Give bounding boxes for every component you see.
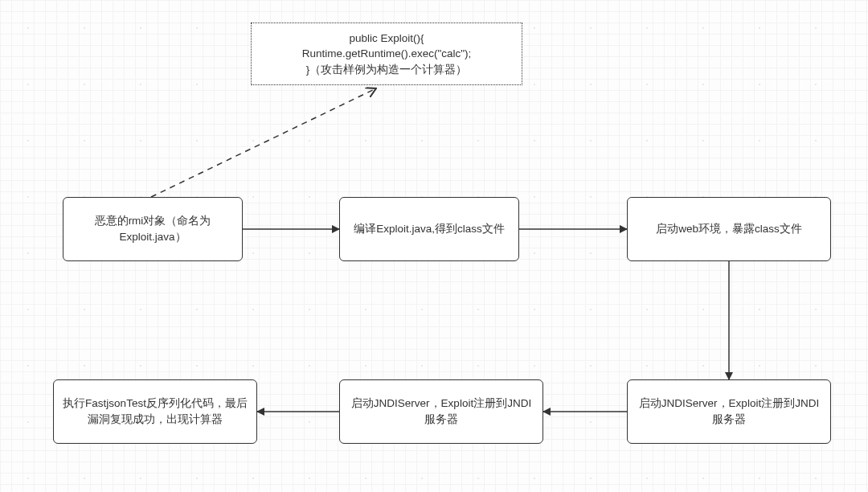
- edge-step1-callout: [151, 88, 376, 197]
- diagram-canvas: public Exploit(){ Runtime.getRuntime().e…: [0, 0, 868, 492]
- callout-note: public Exploit(){ Runtime.getRuntime().e…: [251, 23, 522, 85]
- node-step1-label: 恶意的rmi对象（命名为Exploit.java）: [72, 213, 234, 244]
- node-step3: 启动web环境，暴露class文件: [627, 197, 831, 261]
- callout-line2: Runtime.getRuntime().exec("calc");: [302, 47, 472, 59]
- node-step1: 恶意的rmi对象（命名为Exploit.java）: [63, 197, 243, 261]
- node-step6-label: 执行FastjsonTest反序列化代码，最后漏洞复现成功，出现计算器: [62, 396, 248, 427]
- callout-line1: public Exploit(){: [349, 32, 424, 44]
- node-step6: 执行FastjsonTest反序列化代码，最后漏洞复现成功，出现计算器: [53, 379, 257, 444]
- node-step3-label: 启动web环境，暴露class文件: [656, 221, 802, 237]
- node-step5: 启动JNDIServer，Exploit注册到JNDI服务器: [339, 379, 543, 444]
- node-step5-label: 启动JNDIServer，Exploit注册到JNDI服务器: [348, 396, 534, 427]
- node-step2: 编译Exploit.java,得到class文件: [339, 197, 519, 261]
- node-step4: 启动JNDIServer，Exploit注册到JNDI服务器: [627, 379, 831, 444]
- node-step4-label: 启动JNDIServer，Exploit注册到JNDI服务器: [636, 396, 822, 427]
- node-step2-label: 编译Exploit.java,得到class文件: [354, 221, 505, 237]
- callout-line3: }（攻击样例为构造一个计算器）: [306, 64, 468, 76]
